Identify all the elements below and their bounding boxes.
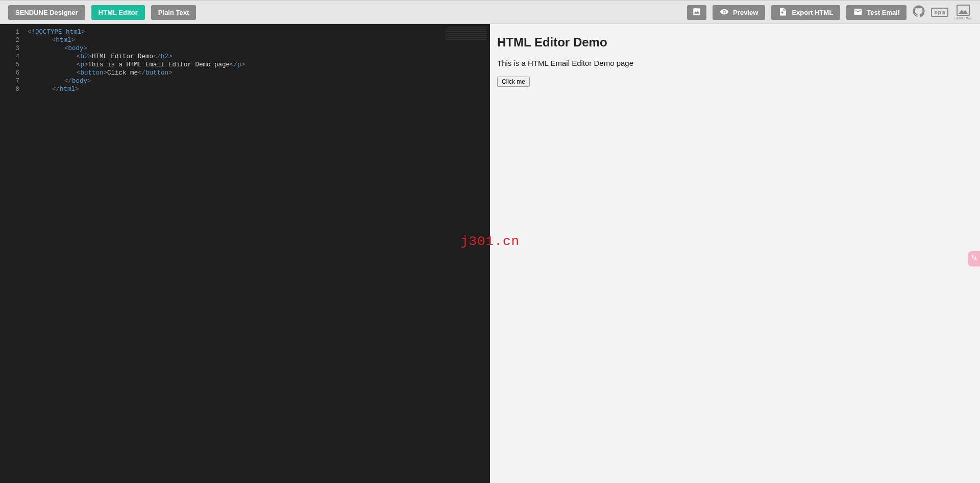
toolbar: SENDUNE Designer HTML Editor Plain Text … — [0, 1, 980, 24]
code-line[interactable]: <body> — [28, 44, 490, 53]
plain-text-tab-button[interactable]: Plain Text — [151, 5, 196, 20]
test-email-button[interactable]: Test Email — [846, 5, 906, 20]
code-line[interactable]: <html> — [28, 36, 490, 44]
translate-side-tab[interactable] — [968, 251, 980, 267]
minimap[interactable] — [446, 27, 487, 41]
code-line[interactable]: <!DOCTYPE html> — [28, 28, 490, 36]
preview-button-label: Preview — [733, 9, 758, 16]
eye-icon — [720, 7, 729, 18]
line-number: 4 — [0, 53, 19, 61]
main-split: 12345678 <!DOCTYPE html><html><body><h2>… — [0, 24, 980, 483]
image-library-button[interactable] — [687, 5, 706, 20]
line-number: 8 — [0, 85, 19, 93]
github-icon — [913, 5, 925, 19]
line-number: 3 — [0, 44, 19, 53]
line-number: 6 — [0, 69, 19, 77]
line-number: 5 — [0, 61, 19, 69]
export-html-button[interactable]: Export HTML — [771, 5, 840, 20]
brand-logo-icon — [957, 5, 970, 16]
translate-icon — [970, 254, 977, 263]
preview-heading: HTML Editor Demo — [497, 35, 973, 50]
code-editor[interactable]: 12345678 <!DOCTYPE html><html><body><h2>… — [0, 24, 490, 483]
line-number: 7 — [0, 77, 19, 85]
test-email-button-label: Test Email — [867, 9, 899, 16]
code-area[interactable]: <!DOCTYPE html><html><body><h2>HTML Edit… — [0, 24, 490, 93]
envelope-icon — [853, 7, 863, 18]
image-icon — [692, 7, 701, 18]
brand-logo[interactable]: SENDUNE — [954, 5, 972, 20]
export-icon — [778, 7, 788, 18]
html-editor-tab-button[interactable]: HTML Editor — [91, 5, 145, 20]
preview-click-me-button[interactable]: Click me — [497, 77, 530, 87]
github-link[interactable] — [913, 5, 925, 19]
line-number: 1 — [0, 28, 19, 36]
export-button-label: Export HTML — [792, 9, 833, 16]
designer-tab-button[interactable]: SENDUNE Designer — [8, 5, 85, 20]
preview-pane: HTML Editor Demo This is a HTML Email Ed… — [490, 24, 980, 483]
preview-button[interactable]: Preview — [713, 5, 765, 20]
brand-logo-label: SENDUNE — [954, 16, 972, 20]
npm-link[interactable]: npm — [931, 8, 948, 17]
code-line[interactable]: </body> — [28, 77, 490, 85]
code-line[interactable]: </html> — [28, 85, 490, 93]
preview-paragraph: This is a HTML Email Editor Demo page — [497, 59, 973, 67]
line-number-gutter: 12345678 — [0, 24, 24, 483]
line-number: 2 — [0, 36, 19, 44]
code-line[interactable]: <p>This is a HTML Email Editor Demo page… — [28, 61, 490, 69]
code-line[interactable]: <h2>HTML Editor Demo</h2> — [28, 53, 490, 61]
code-line[interactable]: <button>Click me</button> — [28, 69, 490, 77]
